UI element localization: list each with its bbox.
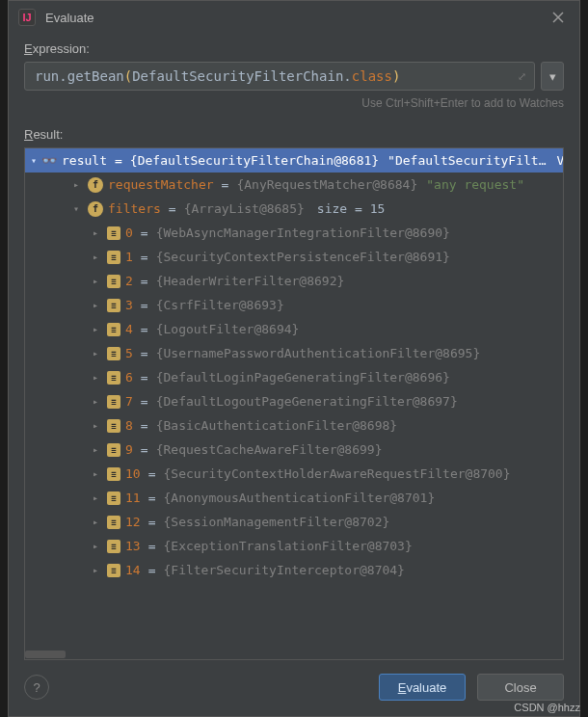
evaluate-dialog: IJ Evaluate Expression: run.getBean(Defa…: [8, 0, 580, 717]
tree-row-filter-item[interactable]: ▸≡2={HeaderWriterFilter@8692}: [25, 269, 563, 293]
tree-row-filter-item[interactable]: ▸≡6={DefaultLoginPageGeneratingFilter@86…: [25, 365, 563, 389]
node-index: 8: [125, 418, 133, 433]
element-icon: ≡: [107, 443, 120, 457]
close-icon[interactable]: [547, 6, 570, 29]
result-label: Result:: [9, 120, 579, 147]
node-index: 12: [125, 515, 141, 529]
glasses-icon: 👓: [41, 153, 57, 168]
node-value: {SecurityContextHolderAwareRequestFilter…: [163, 466, 510, 481]
node-value: {FilterSecurityInterceptor@8704}: [163, 563, 404, 577]
node-value: {RequestCacheAwareFilter@8699}: [156, 442, 383, 457]
node-value: {UsernamePasswordAuthenticationFilter@86…: [156, 346, 481, 360]
node-value: {HeaderWriterFilter@8692}: [156, 274, 345, 288]
field-icon: f: [88, 177, 103, 193]
node-tail: "DefaultSecurityFilt…: [388, 153, 546, 168]
node-value: {CsrfFilter@8693}: [156, 298, 284, 312]
node-name: requestMatcher: [108, 177, 214, 192]
chevron-down-icon[interactable]: ▾: [69, 203, 83, 214]
help-button[interactable]: ?: [24, 675, 49, 700]
node-index: 5: [125, 346, 133, 360]
element-icon: ≡: [107, 323, 120, 336]
node-value: {SessionManagementFilter@8702}: [163, 515, 389, 529]
node-index: 6: [125, 370, 133, 385]
element-icon: ≡: [107, 371, 120, 385]
tree-row-filter-item[interactable]: ▸≡7={DefaultLogoutPageGeneratingFilter@8…: [25, 389, 563, 413]
node-index: 9: [125, 442, 133, 457]
tree-row-filter-item[interactable]: ▸≡4={LogoutFilter@8694}: [25, 317, 563, 341]
scrollbar-thumb[interactable]: [25, 651, 66, 658]
tree-row-filter-item[interactable]: ▸≡0={WebAsyncManagerIntegrationFilter@86…: [25, 221, 563, 245]
tree-row-filter-item[interactable]: ▸≡10={SecurityContextHolderAwareRequestF…: [25, 462, 563, 486]
element-icon: ≡: [107, 226, 120, 240]
node-index: 14: [125, 563, 141, 577]
chevron-right-icon[interactable]: ▸: [89, 372, 102, 383]
chevron-right-icon[interactable]: ▸: [89, 565, 102, 575]
ide-icon: IJ: [18, 9, 36, 26]
tree-row-result[interactable]: ▾ 👓 result = {DefaultSecurityFilterChain…: [25, 148, 563, 173]
chevron-right-icon[interactable]: ▸: [89, 468, 102, 479]
tree-row-filter-item[interactable]: ▸≡13={ExceptionTranslationFilter@8703}: [25, 534, 563, 558]
element-icon: ≡: [107, 395, 120, 409]
element-icon: ≡: [107, 564, 120, 577]
chevron-down-icon[interactable]: ▾: [31, 155, 37, 166]
node-value: {LogoutFilter@8694}: [156, 322, 300, 336]
tree-row-filter-item[interactable]: ▸≡14={FilterSecurityInterceptor@8704}: [25, 558, 563, 582]
element-icon: ≡: [107, 467, 120, 481]
node-index: 10: [125, 466, 141, 481]
node-index: 13: [125, 539, 141, 553]
element-icon: ≡: [107, 251, 120, 264]
chevron-right-icon[interactable]: ▸: [89, 444, 102, 455]
chevron-right-icon[interactable]: ▸: [89, 420, 102, 431]
node-str: "any request": [426, 177, 524, 192]
close-button[interactable]: Close: [477, 674, 564, 701]
tree-row-filter-item[interactable]: ▸≡9={RequestCacheAwareFilter@8699}: [25, 438, 563, 462]
chevron-right-icon[interactable]: ▸: [89, 276, 102, 286]
node-index: 4: [125, 322, 133, 336]
chevron-right-icon[interactable]: ▸: [89, 517, 102, 527]
chevron-right-icon[interactable]: ▸: [69, 179, 83, 190]
chevron-right-icon[interactable]: ▸: [89, 541, 102, 551]
node-value: {AnonymousAuthenticationFilter@8701}: [163, 491, 435, 505]
node-index: 0: [125, 226, 133, 240]
node-index: 3: [125, 298, 133, 312]
tree-row-requestmatcher[interactable]: ▸ f requestMatcher = {AnyRequestMatcher@…: [25, 173, 563, 197]
history-dropdown[interactable]: ▾: [541, 62, 564, 91]
field-icon: f: [88, 201, 103, 217]
chevron-right-icon[interactable]: ▸: [89, 252, 102, 262]
element-icon: ≡: [107, 275, 120, 288]
element-icon: ≡: [107, 540, 120, 553]
node-value: {BasicAuthenticationFilter@8698}: [156, 418, 397, 433]
window-title: Evaluate: [45, 11, 94, 25]
chevron-right-icon[interactable]: ▸: [89, 396, 102, 407]
size-label: size = 15: [317, 201, 385, 216]
result-panel[interactable]: ▾ 👓 result = {DefaultSecurityFilterChain…: [24, 147, 564, 660]
element-icon: ≡: [107, 419, 120, 433]
chevron-right-icon[interactable]: ▸: [89, 300, 102, 310]
node-value: {ArrayList@8685}: [184, 201, 305, 216]
node-index: 7: [125, 394, 133, 409]
expression-label: Expression:: [9, 34, 579, 62]
node-name: filters: [108, 201, 161, 216]
evaluate-button[interactable]: Evaluate: [379, 674, 466, 701]
chevron-right-icon[interactable]: ▸: [89, 492, 102, 503]
node-name: result: [62, 153, 107, 168]
chevron-right-icon[interactable]: ▸: [89, 324, 102, 334]
tree-row-filter-item[interactable]: ▸≡1={SecurityContextPersistenceFilter@86…: [25, 245, 563, 269]
tree-row-filter-item[interactable]: ▸≡8={BasicAuthenticationFilter@8698}: [25, 413, 563, 438]
node-value: {WebAsyncManagerIntegrationFilter@8690}: [156, 226, 450, 240]
tree-row-filter-item[interactable]: ▸≡3={CsrfFilter@8693}: [25, 293, 563, 317]
tree-row-filters[interactable]: ▾ f filters = {ArrayList@8685} size = 15: [25, 197, 563, 221]
chevron-right-icon[interactable]: ▸: [89, 348, 102, 358]
node-index: 2: [125, 274, 133, 288]
node-value: {AnyRequestMatcher@8684}: [236, 177, 417, 192]
tree-row-filter-item[interactable]: ▸≡12={SessionManagementFilter@8702}: [25, 510, 563, 534]
expand-editor-icon[interactable]: ⤢: [518, 70, 526, 83]
horizontal-scrollbar[interactable]: [25, 650, 563, 659]
expression-input[interactable]: run.getBean(DefaultSecurityFilterChain.c…: [24, 62, 535, 91]
watermark: CSDN @hhzz: [514, 702, 580, 713]
equals-sign: =: [112, 153, 125, 168]
chevron-right-icon[interactable]: ▸: [89, 227, 102, 238]
view-link[interactable]: View: [556, 153, 564, 168]
tree-row-filter-item[interactable]: ▸≡11={AnonymousAuthenticationFilter@8701…: [25, 486, 563, 510]
tree-row-filter-item[interactable]: ▸≡5={UsernamePasswordAuthenticationFilte…: [25, 341, 563, 365]
